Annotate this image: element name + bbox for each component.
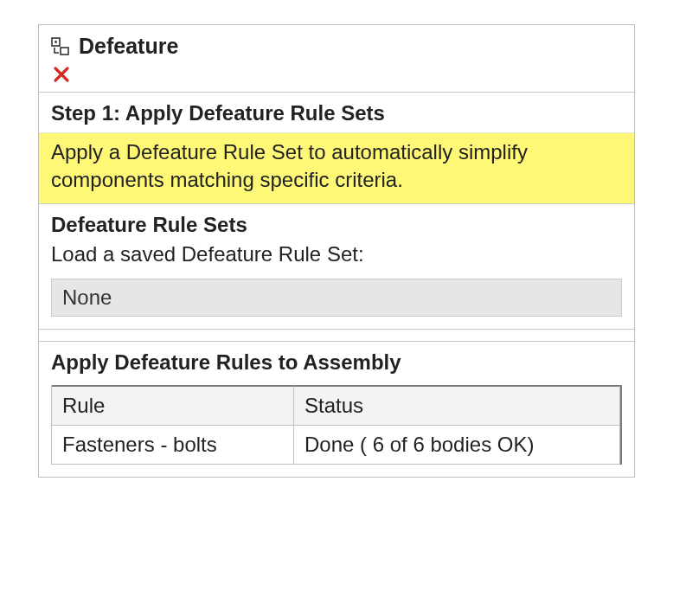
rule-set-dropdown[interactable]: None — [51, 279, 622, 317]
step-heading: Step 1: Apply Defeature Rule Sets — [39, 93, 634, 133]
header-title-row: Defeature — [51, 34, 622, 59]
defeature-icon — [51, 37, 70, 56]
table-row[interactable]: Fasteners - bolts Done ( 6 of 6 bodies O… — [51, 425, 620, 465]
svg-point-1 — [54, 41, 57, 43]
rule-sets-load-label: Load a saved Defeature Rule Set: — [39, 242, 634, 279]
step-description: Apply a Defeature Rule Set to automatica… — [39, 133, 634, 204]
svg-rect-2 — [61, 48, 68, 55]
rule-set-dropdown-value: None — [62, 286, 112, 310]
apply-section: Apply Defeature Rules to Assembly Rule S… — [39, 341, 634, 465]
close-icon — [53, 66, 70, 83]
defeature-panel: Defeature Step 1: Apply Defeature Rule S… — [38, 24, 635, 478]
panel-title: Defeature — [79, 34, 178, 59]
rules-table-col-rule: Rule — [52, 385, 294, 425]
close-button[interactable] — [51, 64, 72, 85]
rules-table-header-row: Rule Status — [51, 385, 620, 425]
section-divider — [39, 329, 634, 341]
rules-table: Rule Status Fasteners - bolts Done ( 6 o… — [51, 385, 622, 465]
rule-status-cell: Done ( 6 of 6 bodies OK) — [294, 425, 620, 465]
panel-header: Defeature — [39, 25, 634, 93]
rules-table-col-status: Status — [294, 385, 620, 425]
rule-name-cell: Fasteners - bolts — [52, 425, 294, 465]
apply-section-heading: Apply Defeature Rules to Assembly — [39, 342, 634, 380]
rule-sets-heading: Defeature Rule Sets — [39, 204, 634, 242]
